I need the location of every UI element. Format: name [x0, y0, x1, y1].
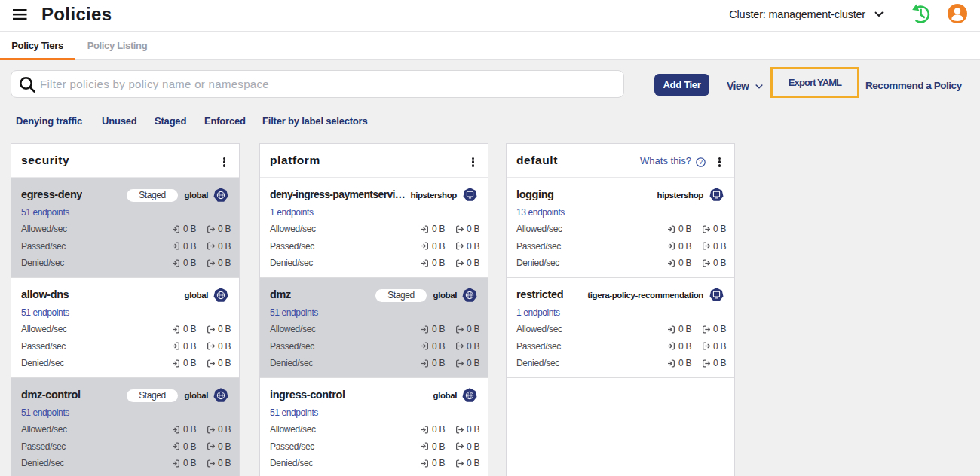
- svg-text:?: ?: [699, 158, 703, 166]
